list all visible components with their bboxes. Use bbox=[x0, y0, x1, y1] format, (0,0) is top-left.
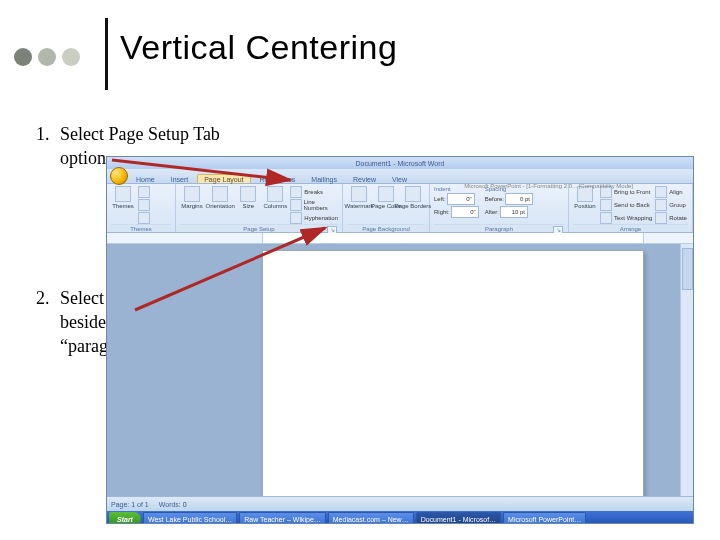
field-value: 0" bbox=[451, 206, 479, 218]
ribbon: Themes Themes Margins Orientation Size C… bbox=[107, 184, 693, 233]
vertical-scrollbar[interactable] bbox=[680, 244, 693, 496]
colors-button[interactable] bbox=[138, 186, 150, 198]
watermark-button[interactable]: Watermark bbox=[347, 186, 371, 209]
field-value: 0 pt bbox=[505, 193, 533, 205]
document-area[interactable] bbox=[107, 244, 693, 496]
btn-label: Hyphenation bbox=[304, 215, 338, 221]
group-icon bbox=[655, 199, 667, 211]
breaks-button[interactable]: Breaks bbox=[290, 186, 338, 198]
windows-taskbar: Start West Lake Public School… Raw Teach… bbox=[107, 511, 693, 524]
dot-icon bbox=[14, 48, 32, 66]
tab-review[interactable]: Review bbox=[346, 174, 383, 183]
decorative-dots bbox=[14, 48, 80, 66]
dot-icon bbox=[38, 48, 56, 66]
rotate-button[interactable]: Rotate bbox=[655, 212, 687, 224]
slide: Vertical Centering 1. Select Page Setup … bbox=[0, 0, 720, 540]
group-label-text: Page Setup bbox=[243, 226, 274, 232]
tab-page-layout[interactable]: Page Layout bbox=[197, 174, 250, 183]
btn-label: Bring to Front bbox=[614, 189, 650, 195]
status-bar: Page: 1 of 1 Words: 0 bbox=[107, 496, 693, 511]
taskbar-item[interactable]: West Lake Public School… bbox=[143, 512, 237, 525]
text-wrap-button[interactable]: Text Wrapping bbox=[600, 212, 652, 224]
size-icon bbox=[240, 186, 256, 202]
btn-label: Page Borders bbox=[395, 203, 432, 209]
hyphenation-button[interactable]: Hyphenation bbox=[290, 212, 338, 224]
window-titlebar: Document1 - Microsoft Word bbox=[107, 157, 693, 169]
columns-button[interactable]: Columns bbox=[263, 186, 287, 224]
field-label: Before: bbox=[485, 196, 504, 202]
field-label: Right: bbox=[434, 209, 450, 215]
status-page: Page: 1 of 1 bbox=[111, 501, 149, 508]
group-themes: Themes Themes bbox=[107, 184, 176, 232]
fonts-button[interactable] bbox=[138, 199, 150, 211]
btn-label: Size bbox=[242, 203, 254, 209]
field-label: After: bbox=[485, 209, 499, 215]
group-arrange: Position Bring to Front Send to Back Tex… bbox=[569, 184, 693, 232]
tab-mailings[interactable]: Mailings bbox=[304, 174, 344, 183]
btn-label: Themes bbox=[112, 203, 134, 209]
step-number: 2. bbox=[36, 286, 60, 358]
watermark-icon bbox=[351, 186, 367, 202]
size-button[interactable]: Size bbox=[236, 186, 260, 224]
group-paragraph: Indent Left:0" Right:0" Spacing Before:0… bbox=[430, 184, 569, 232]
start-button[interactable]: Start bbox=[109, 512, 141, 524]
tab-insert[interactable]: Insert bbox=[164, 174, 196, 183]
page-borders-button[interactable]: Page Borders bbox=[401, 186, 425, 209]
window-title: Document1 - Microsoft Word bbox=[111, 160, 689, 167]
group-button[interactable]: Group bbox=[655, 199, 687, 211]
scrollbar-thumb[interactable] bbox=[682, 248, 693, 290]
position-button[interactable]: Position bbox=[573, 186, 597, 224]
group-label: Paragraph ↘ bbox=[434, 224, 564, 232]
word-screenshot: Document1 - Microsoft Word Home Insert P… bbox=[106, 156, 694, 524]
btn-label: Rotate bbox=[669, 215, 687, 221]
send-back-button[interactable]: Send to Back bbox=[600, 199, 652, 211]
breaks-icon bbox=[290, 186, 302, 198]
compat-note: Microsoft PowerPoint - [1-Formatting 2.0… bbox=[464, 183, 633, 189]
orientation-icon bbox=[212, 186, 228, 202]
send-back-icon bbox=[600, 199, 612, 211]
group-page-background: Watermark Page Color Page Borders Page B… bbox=[343, 184, 430, 232]
align-icon bbox=[655, 186, 667, 198]
status-words: Words: 0 bbox=[159, 501, 187, 508]
dot-icon bbox=[62, 48, 80, 66]
ruler[interactable] bbox=[107, 233, 693, 244]
group-label: Page Setup ↘ bbox=[180, 224, 338, 232]
office-orb-icon[interactable] bbox=[110, 167, 128, 185]
themes-icon bbox=[115, 186, 131, 202]
tab-home[interactable]: Home bbox=[129, 174, 162, 183]
taskbar-item[interactable]: Document1 - Microsof… bbox=[416, 512, 501, 525]
btn-label: Watermark bbox=[344, 203, 373, 209]
vertical-divider bbox=[105, 18, 108, 90]
fonts-icon bbox=[138, 199, 150, 211]
page-color-icon bbox=[378, 186, 394, 202]
document-page[interactable] bbox=[262, 250, 644, 496]
taskbar-item[interactable]: Microsoft PowerPoint… bbox=[503, 512, 586, 525]
orientation-button[interactable]: Orientation bbox=[207, 186, 233, 224]
slide-title: Vertical Centering bbox=[120, 28, 397, 67]
taskbar-item[interactable]: Raw Teacher – Wikipe… bbox=[239, 512, 326, 525]
tab-references[interactable]: References bbox=[253, 174, 303, 183]
tab-view[interactable]: View bbox=[385, 174, 414, 183]
spacing-before[interactable]: Before:0 pt bbox=[485, 193, 533, 205]
effects-button[interactable] bbox=[138, 212, 150, 224]
align-button[interactable]: Align bbox=[655, 186, 687, 198]
effects-icon bbox=[138, 212, 150, 224]
themes-button[interactable]: Themes bbox=[111, 186, 135, 224]
btn-label: Send to Back bbox=[614, 202, 650, 208]
group-label: Arrange bbox=[573, 224, 688, 232]
btn-label: Line Numbers bbox=[304, 199, 338, 211]
title-area: Vertical Centering bbox=[0, 18, 720, 90]
taskbar-item[interactable]: Mediacast.com – New… bbox=[328, 512, 414, 525]
btn-label: Breaks bbox=[304, 189, 323, 195]
start-label: Start bbox=[117, 516, 133, 523]
group-page-setup: Margins Orientation Size Columns Breaks … bbox=[176, 184, 343, 232]
ruler-inner bbox=[262, 233, 644, 243]
btn-label: Group bbox=[669, 202, 686, 208]
spacing-after[interactable]: After:10 pt bbox=[485, 206, 533, 218]
indent-left[interactable]: Left:0" bbox=[434, 193, 479, 205]
margins-button[interactable]: Margins bbox=[180, 186, 204, 224]
btn-label: Text Wrapping bbox=[614, 215, 652, 221]
line-numbers-button[interactable]: Line Numbers bbox=[290, 199, 338, 211]
indent-right[interactable]: Right:0" bbox=[434, 206, 479, 218]
page-borders-icon bbox=[405, 186, 421, 202]
